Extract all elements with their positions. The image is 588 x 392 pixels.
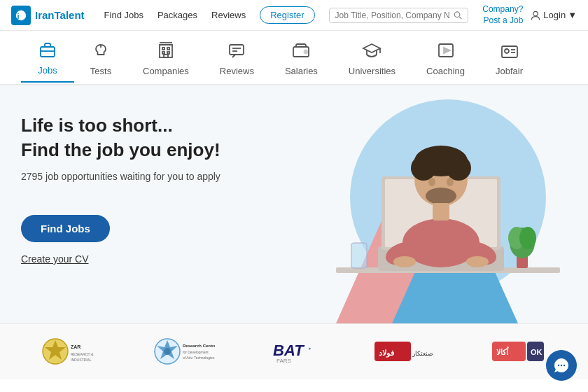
svg-point-40 [428, 178, 435, 186]
nav-item-reviews[interactable]: Reviews [204, 34, 270, 82]
company-post-job[interactable]: Company? Post a Job [482, 4, 523, 26]
sponsor-foolad[interactable]: فولاد صنعتکار [373, 335, 436, 370]
nav-item-jobs[interactable]: Jobs [21, 33, 74, 83]
sponsor-zar[interactable]: ZAR RESEARCH & INDUSTRIAL [41, 335, 97, 370]
nav-reviews[interactable]: Reviews [211, 10, 246, 20]
svg-text:OK: OK [531, 348, 542, 356]
nav-item-universities[interactable]: Universities [333, 34, 411, 82]
search-box [329, 8, 469, 23]
svg-rect-10 [162, 48, 164, 50]
building-icon [155, 39, 177, 62]
hero-image [294, 106, 560, 323]
svg-point-2 [454, 11, 460, 17]
svg-text:صنعتکار: صنعتکار [412, 350, 433, 358]
create-cv-link[interactable]: Create your CV [21, 253, 88, 265]
svg-point-27 [505, 49, 509, 53]
nav-item-coaching[interactable]: Coaching [411, 34, 480, 82]
find-jobs-button[interactable]: Find Jobs [21, 215, 110, 242]
wallet-icon [290, 39, 312, 62]
brain-icon [90, 39, 112, 62]
logo-text: IranTalent [35, 9, 85, 21]
svg-text:for Development: for Development [183, 350, 209, 354]
svg-rect-11 [167, 48, 169, 50]
svg-text:INDUSTRIAL: INDUSTRIAL [71, 358, 92, 362]
svg-rect-17 [230, 45, 244, 55]
svg-text:ZAR: ZAR [71, 344, 80, 349]
hero-text-block: Life is too short... Find the job you en… [21, 113, 220, 182]
svg-text:اُکالا: اُکالا [496, 346, 509, 356]
svg-rect-43 [433, 203, 449, 220]
svg-rect-48 [351, 243, 367, 268]
svg-rect-9 [160, 45, 172, 57]
svg-point-38 [411, 155, 436, 181]
svg-marker-25 [444, 48, 450, 53]
svg-point-46 [393, 256, 416, 267]
svg-rect-5 [41, 47, 55, 57]
top-navigation: i IranTalent Find Jobs Packages Reviews … [0, 0, 588, 31]
svg-text:i: i [18, 11, 20, 20]
svg-text:فولاد: فولاد [379, 349, 394, 358]
svg-text:➤: ➤ [308, 346, 312, 351]
svg-text:BAT: BAT [273, 342, 304, 359]
nav-item-jobfair[interactable]: Jobfair [480, 34, 538, 82]
svg-point-42 [426, 188, 456, 204]
play-icon [435, 39, 457, 62]
register-button[interactable]: Register [260, 6, 314, 24]
person-card-icon [498, 39, 521, 62]
svg-point-4 [533, 11, 538, 15]
zar-logo: ZAR RESEARCH & INDUSTRIAL [41, 336, 97, 368]
hero-section: Life is too short... Find the job you en… [0, 85, 588, 323]
nav-item-companies[interactable]: Companies [127, 34, 204, 82]
chat-bubble[interactable] [546, 350, 577, 381]
comment-icon [225, 39, 248, 62]
svg-text:Research Centre: Research Centre [183, 344, 215, 348]
hero-title: Life is too short... Find the job you en… [21, 113, 220, 162]
secondary-navigation: Jobs Tests Companies [0, 31, 588, 85]
login-button[interactable]: Login ▼ [530, 10, 577, 21]
svg-text:RESEARCH &: RESEARCH & [71, 352, 94, 356]
svg-text:of Adv. Technologies: of Adv. Technologies [183, 356, 215, 360]
user-icon [530, 10, 541, 21]
svg-point-52 [519, 227, 536, 249]
sponsor-research[interactable]: Research Centre for Development of Adv. … [152, 335, 215, 370]
svg-point-74 [558, 365, 559, 366]
chat-icon [553, 357, 570, 374]
nav-item-salaries[interactable]: Salaries [270, 34, 333, 82]
hero-illustration [294, 106, 560, 323]
foolad-logo: فولاد صنعتکار [373, 336, 436, 368]
sponsor-bat[interactable]: BAT ➤ FARS [270, 335, 318, 370]
svg-rect-12 [162, 52, 164, 54]
nav-item-tests[interactable]: Tests [74, 34, 127, 82]
svg-marker-22 [363, 44, 380, 52]
top-right-area: Company? Post a Job Login ▼ [482, 4, 577, 26]
svg-point-75 [561, 365, 562, 366]
search-input[interactable] [335, 10, 449, 20]
svg-point-47 [466, 256, 489, 267]
briefcase-icon [36, 38, 59, 61]
svg-point-76 [564, 365, 565, 366]
sponsors-bar: ZAR RESEARCH & INDUSTRIAL Research Centr… [0, 323, 588, 379]
okala-logo: اُکالا OK [491, 336, 547, 368]
svg-rect-13 [167, 52, 169, 54]
svg-point-39 [446, 155, 471, 181]
svg-text:FARS: FARS [276, 358, 291, 364]
top-nav-links: Find Jobs Packages Reviews [104, 10, 246, 20]
svg-line-3 [459, 16, 461, 18]
nav-packages[interactable]: Packages [158, 10, 197, 20]
svg-point-41 [447, 178, 454, 186]
svg-point-60 [164, 348, 171, 355]
graduation-icon [360, 39, 383, 62]
svg-rect-16 [164, 55, 168, 57]
hero-subtitle: 2795 job opportunities waiting for you t… [21, 171, 220, 182]
logo[interactable]: i IranTalent [11, 6, 85, 25]
nav-find-jobs[interactable]: Find Jobs [104, 10, 144, 20]
bat-logo: BAT ➤ FARS [270, 336, 318, 368]
sponsor-okala[interactable]: اُکالا OK [491, 335, 547, 370]
svg-point-21 [304, 50, 308, 53]
search-icon [454, 10, 463, 20]
research-logo: Research Centre for Development of Adv. … [152, 336, 215, 368]
logo-icon: i [11, 6, 31, 25]
